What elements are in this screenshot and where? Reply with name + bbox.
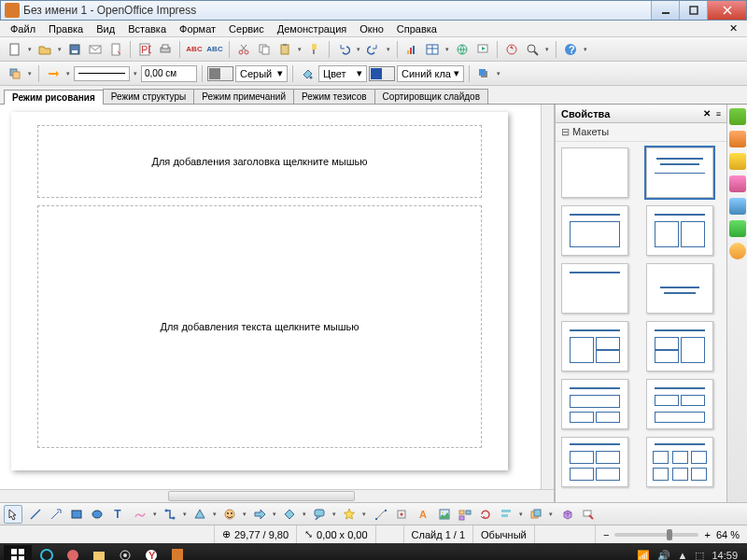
- zoom-button[interactable]: [523, 40, 542, 59]
- fontwork-tool[interactable]: A: [415, 505, 433, 524]
- select-tool[interactable]: [4, 505, 22, 524]
- taskbar-settings-icon[interactable]: [114, 546, 136, 560]
- fill-color-name[interactable]: Синий кла▾: [397, 65, 464, 82]
- layout-blank[interactable]: [561, 147, 628, 198]
- deck-master-icon[interactable]: [729, 131, 746, 147]
- redo-button[interactable]: [364, 40, 383, 59]
- chart-button[interactable]: [402, 40, 421, 59]
- layout-title-1box[interactable]: [561, 205, 628, 256]
- new-button[interactable]: [6, 40, 24, 59]
- tray-time[interactable]: 14:59: [712, 550, 738, 560]
- window-minimize-button[interactable]: [651, 1, 679, 20]
- panel-menu-icon[interactable]: ≡: [716, 109, 721, 119]
- points-tool[interactable]: [372, 505, 390, 524]
- curve-tool[interactable]: [131, 505, 149, 524]
- connector-tool[interactable]: [161, 505, 179, 524]
- callout-tool[interactable]: [310, 505, 329, 524]
- tab-notes[interactable]: Режим примечаний: [193, 89, 294, 104]
- ellipse-tool[interactable]: [88, 505, 106, 524]
- taskbar-ie-icon[interactable]: [35, 546, 58, 560]
- line-tool[interactable]: [26, 505, 45, 524]
- layout-title-only[interactable]: [561, 263, 628, 314]
- menu-window[interactable]: Окно: [355, 22, 388, 35]
- gallery-tool[interactable]: [456, 505, 474, 524]
- window-close-button[interactable]: [707, 1, 746, 20]
- open-button[interactable]: [35, 40, 54, 59]
- window-maximize-button[interactable]: [679, 1, 707, 20]
- menu-help[interactable]: Справка: [392, 22, 442, 35]
- menu-file[interactable]: Файл: [6, 22, 40, 35]
- tray-volume-icon[interactable]: 🔊: [657, 550, 670, 561]
- print-button[interactable]: [156, 40, 175, 59]
- text-tool[interactable]: T: [108, 505, 127, 524]
- taskbar-music-icon[interactable]: [62, 546, 84, 560]
- email-button[interactable]: [86, 40, 105, 59]
- hyperlink-button[interactable]: [453, 40, 472, 59]
- title-placeholder[interactable]: Для добавления заголовка щелкните мышью: [37, 125, 482, 198]
- panel-close-icon[interactable]: ✕: [703, 108, 711, 119]
- menu-edit[interactable]: Правка: [44, 22, 88, 35]
- flowchart-tool[interactable]: [280, 505, 299, 524]
- arrange-tool[interactable]: [527, 505, 545, 524]
- layout-2over1[interactable]: [646, 379, 713, 429]
- layout-1over2[interactable]: [561, 379, 628, 429]
- navigator-button[interactable]: [502, 40, 521, 59]
- deck-properties-icon[interactable]: [729, 108, 746, 125]
- layout-centered-text[interactable]: [646, 263, 713, 314]
- horizontal-scrollbar[interactable]: [0, 489, 554, 502]
- start-button[interactable]: [4, 545, 32, 560]
- menu-slideshow[interactable]: Демонстрация: [273, 22, 352, 35]
- menu-view[interactable]: Вид: [92, 22, 120, 35]
- fill-color-picker[interactable]: [369, 66, 395, 81]
- fill-style-button[interactable]: [298, 64, 317, 83]
- tray-network-icon[interactable]: ⬚: [695, 550, 704, 561]
- taskbar-browser-icon[interactable]: Y: [140, 546, 162, 560]
- status-mode[interactable]: Обычный: [473, 525, 535, 543]
- line-style-select[interactable]: [74, 66, 130, 81]
- align-tool[interactable]: [497, 505, 515, 524]
- tray-flag-icon[interactable]: ▲: [678, 550, 688, 560]
- deck-transition-icon[interactable]: [729, 175, 746, 192]
- slide-canvas[interactable]: Для добавления заголовка щелкните мышью …: [0, 105, 541, 489]
- tab-outline[interactable]: Режим структуры: [103, 89, 194, 104]
- content-placeholder[interactable]: Для добавления текста щелкните мышью: [37, 205, 482, 448]
- deck-navigator-icon[interactable]: [729, 220, 746, 237]
- arrow-tool[interactable]: [47, 505, 65, 524]
- format-paintbrush-button[interactable]: [305, 40, 324, 59]
- tab-drawing[interactable]: Режим рисования: [4, 90, 104, 105]
- menu-format[interactable]: Формат: [175, 22, 220, 35]
- autospell-button[interactable]: ABC: [205, 40, 224, 59]
- deck-styles-icon[interactable]: [729, 243, 746, 259]
- extrusion-tool[interactable]: [558, 505, 577, 524]
- rectangle-tool[interactable]: [67, 505, 86, 524]
- line-width-spinner[interactable]: 0,00 см: [141, 65, 197, 82]
- zoom-in-icon[interactable]: +: [704, 529, 710, 540]
- menubar-close-icon[interactable]: ✕: [726, 22, 741, 35]
- export-pdf-button[interactable]: PDF: [135, 40, 154, 59]
- menu-insert[interactable]: Вставка: [123, 22, 171, 35]
- slideshow-button[interactable]: [473, 40, 492, 59]
- line-color-name[interactable]: Серый▾: [235, 65, 288, 82]
- vertical-scrollbar[interactable]: [541, 105, 554, 489]
- from-file-tool[interactable]: [435, 505, 454, 524]
- rotate-tool[interactable]: [476, 505, 495, 524]
- tray-wifi-icon[interactable]: 📶: [637, 550, 650, 561]
- deck-gallery-icon[interactable]: [729, 198, 746, 215]
- help-button[interactable]: ?: [561, 40, 580, 59]
- section-layouts[interactable]: Макеты: [556, 123, 726, 142]
- cut-button[interactable]: [234, 40, 253, 59]
- layout-title-content[interactable]: [646, 147, 713, 198]
- spellcheck-button[interactable]: ABC: [185, 40, 204, 59]
- block-arrows-tool[interactable]: [250, 505, 269, 524]
- layout-title-2col[interactable]: [646, 205, 713, 256]
- tab-handout[interactable]: Режим тезисов: [293, 89, 375, 104]
- deck-animation-icon[interactable]: [729, 153, 746, 170]
- line-arrow-style[interactable]: [44, 64, 63, 83]
- arrange-button[interactable]: [6, 64, 24, 83]
- line-color-picker[interactable]: [207, 66, 233, 81]
- copy-button[interactable]: [255, 40, 274, 59]
- taskbar-impress-icon[interactable]: [166, 546, 189, 560]
- layout-4box[interactable]: [561, 437, 628, 487]
- stars-tool[interactable]: [340, 505, 359, 524]
- slide[interactable]: Для добавления заголовка щелкните мышью …: [11, 112, 508, 470]
